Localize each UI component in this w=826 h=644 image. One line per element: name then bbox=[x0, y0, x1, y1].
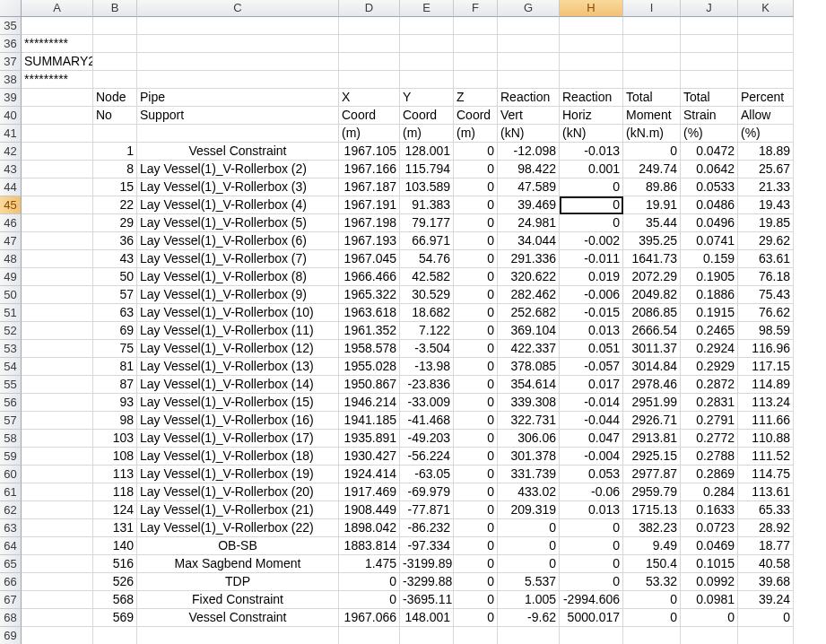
cell-K69[interactable] bbox=[738, 627, 794, 644]
cell-B61[interactable]: 118 bbox=[93, 483, 137, 501]
cell-I36[interactable] bbox=[623, 35, 681, 53]
cell-I46[interactable]: 35.44 bbox=[623, 214, 681, 232]
cell-K36[interactable] bbox=[738, 35, 794, 53]
cell-D45[interactable]: 1967.191 bbox=[339, 196, 400, 214]
cell-H57[interactable]: -0.044 bbox=[560, 412, 623, 430]
cell-E64[interactable]: -97.334 bbox=[400, 537, 454, 555]
cell-J68[interactable]: 0 bbox=[681, 609, 738, 627]
cell-H36[interactable] bbox=[560, 35, 623, 53]
cell-G44[interactable]: 47.589 bbox=[498, 178, 560, 196]
cell-G68[interactable]: -9.62 bbox=[498, 609, 560, 627]
cell-A49[interactable] bbox=[22, 268, 93, 286]
cell-C37[interactable] bbox=[137, 53, 339, 71]
cell-A48[interactable] bbox=[22, 250, 93, 268]
cell-I45[interactable]: 19.91 bbox=[623, 196, 681, 214]
cell-E63[interactable]: -86.232 bbox=[400, 519, 454, 537]
cell-A36[interactable]: ********* bbox=[22, 35, 93, 53]
cell-B46[interactable]: 29 bbox=[93, 214, 137, 232]
row-header-40[interactable]: 40 bbox=[0, 107, 22, 125]
cell-H41[interactable]: (kN) bbox=[560, 125, 623, 143]
cell-K48[interactable]: 63.61 bbox=[738, 250, 794, 268]
row-header-63[interactable]: 63 bbox=[0, 519, 22, 537]
cell-K68[interactable]: 0 bbox=[738, 609, 794, 627]
cell-H47[interactable]: -0.002 bbox=[560, 232, 623, 250]
cell-C52[interactable]: Lay Vessel(1)_V-Rollerbox (11) bbox=[137, 322, 339, 340]
cell-B48[interactable]: 43 bbox=[93, 250, 137, 268]
cell-A40[interactable] bbox=[22, 107, 93, 125]
cell-K51[interactable]: 76.62 bbox=[738, 304, 794, 322]
cell-I52[interactable]: 2666.54 bbox=[623, 322, 681, 340]
cell-H68[interactable]: 5000.017 bbox=[560, 609, 623, 627]
cell-C38[interactable] bbox=[137, 71, 339, 89]
col-header-D[interactable]: D bbox=[339, 0, 400, 17]
cell-K59[interactable]: 111.52 bbox=[738, 448, 794, 466]
cell-C64[interactable]: OB-SB bbox=[137, 537, 339, 555]
cell-B49[interactable]: 50 bbox=[93, 268, 137, 286]
cell-C43[interactable]: Lay Vessel(1)_V-Rollerbox (2) bbox=[137, 161, 339, 178]
cell-A52[interactable] bbox=[22, 322, 93, 340]
cell-H65[interactable]: 0 bbox=[560, 555, 623, 573]
cell-E53[interactable]: -3.504 bbox=[400, 340, 454, 358]
cell-F59[interactable]: 0 bbox=[454, 448, 498, 466]
cell-K39[interactable]: Percent bbox=[738, 89, 794, 107]
cell-C44[interactable]: Lay Vessel(1)_V-Rollerbox (3) bbox=[137, 178, 339, 196]
cell-D49[interactable]: 1966.466 bbox=[339, 268, 400, 286]
cell-K50[interactable]: 75.43 bbox=[738, 286, 794, 304]
cell-J38[interactable] bbox=[681, 71, 738, 89]
cell-G38[interactable] bbox=[498, 71, 560, 89]
cell-F62[interactable]: 0 bbox=[454, 501, 498, 519]
row-header-47[interactable]: 47 bbox=[0, 232, 22, 250]
cell-G53[interactable]: 422.337 bbox=[498, 340, 560, 358]
cell-C58[interactable]: Lay Vessel(1)_V-Rollerbox (17) bbox=[137, 430, 339, 448]
cell-D61[interactable]: 1917.469 bbox=[339, 483, 400, 501]
row-header-69[interactable]: 69 bbox=[0, 627, 22, 644]
cell-J57[interactable]: 0.2791 bbox=[681, 412, 738, 430]
cell-F66[interactable]: 0 bbox=[454, 573, 498, 591]
cell-D60[interactable]: 1924.414 bbox=[339, 466, 400, 483]
row-header-37[interactable]: 37 bbox=[0, 53, 22, 71]
cell-B53[interactable]: 75 bbox=[93, 340, 137, 358]
cell-H63[interactable]: 0 bbox=[560, 519, 623, 537]
cell-E37[interactable] bbox=[400, 53, 454, 71]
row-header-53[interactable]: 53 bbox=[0, 340, 22, 358]
cell-D35[interactable] bbox=[339, 17, 400, 35]
cell-E42[interactable]: 128.001 bbox=[400, 143, 454, 161]
row-header-39[interactable]: 39 bbox=[0, 89, 22, 107]
cell-E60[interactable]: -63.05 bbox=[400, 466, 454, 483]
cell-A42[interactable] bbox=[22, 143, 93, 161]
cell-K62[interactable]: 65.33 bbox=[738, 501, 794, 519]
cell-J53[interactable]: 0.2924 bbox=[681, 340, 738, 358]
cell-I67[interactable]: 0 bbox=[623, 591, 681, 609]
cell-C39[interactable]: Pipe bbox=[137, 89, 339, 107]
cell-D69[interactable] bbox=[339, 627, 400, 644]
cell-I69[interactable] bbox=[623, 627, 681, 644]
cell-F55[interactable]: 0 bbox=[454, 376, 498, 394]
cell-I55[interactable]: 2978.46 bbox=[623, 376, 681, 394]
cell-J56[interactable]: 0.2831 bbox=[681, 394, 738, 412]
cell-H39[interactable]: Reaction bbox=[560, 89, 623, 107]
cell-C51[interactable]: Lay Vessel(1)_V-Rollerbox (10) bbox=[137, 304, 339, 322]
cell-H61[interactable]: -0.06 bbox=[560, 483, 623, 501]
cell-C68[interactable]: Vessel Constraint bbox=[137, 609, 339, 627]
cell-D59[interactable]: 1930.427 bbox=[339, 448, 400, 466]
row-header-43[interactable]: 43 bbox=[0, 161, 22, 178]
cell-E59[interactable]: -56.224 bbox=[400, 448, 454, 466]
cell-B58[interactable]: 103 bbox=[93, 430, 137, 448]
cell-A64[interactable] bbox=[22, 537, 93, 555]
cell-B36[interactable] bbox=[93, 35, 137, 53]
cell-G55[interactable]: 354.614 bbox=[498, 376, 560, 394]
cell-G63[interactable]: 0 bbox=[498, 519, 560, 537]
col-header-G[interactable]: G bbox=[498, 0, 560, 17]
cell-I64[interactable]: 9.49 bbox=[623, 537, 681, 555]
cell-I39[interactable]: Total bbox=[623, 89, 681, 107]
cell-F45[interactable]: 0 bbox=[454, 196, 498, 214]
cell-C66[interactable]: TDP bbox=[137, 573, 339, 591]
cell-F36[interactable] bbox=[454, 35, 498, 53]
cell-K53[interactable]: 116.96 bbox=[738, 340, 794, 358]
cell-I41[interactable]: (kN.m) bbox=[623, 125, 681, 143]
cell-D41[interactable]: (m) bbox=[339, 125, 400, 143]
cell-C48[interactable]: Lay Vessel(1)_V-Rollerbox (7) bbox=[137, 250, 339, 268]
cell-I58[interactable]: 2913.81 bbox=[623, 430, 681, 448]
cell-E46[interactable]: 79.177 bbox=[400, 214, 454, 232]
cell-F49[interactable]: 0 bbox=[454, 268, 498, 286]
